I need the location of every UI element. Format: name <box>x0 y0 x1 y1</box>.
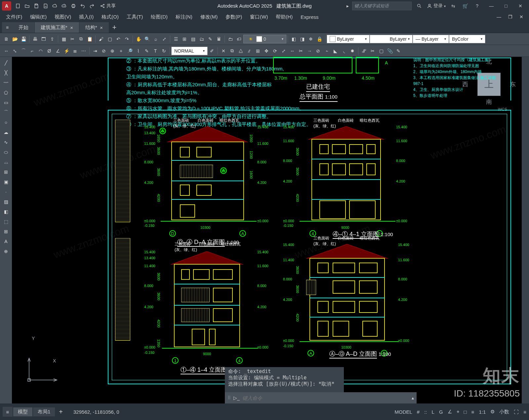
mod-rotate-icon[interactable]: ⟳ <box>271 47 279 55</box>
draw-spline-icon[interactable]: ∿ <box>1 138 11 147</box>
draw-ellipse-icon[interactable]: ⬭ <box>1 147 11 157</box>
menu-express[interactable]: Express <box>297 14 322 20</box>
tb-layer-props-icon[interactable]: 🏷 <box>235 35 243 43</box>
exchange-icon[interactable]: ⇆ <box>449 2 458 10</box>
mod-offset-icon[interactable]: ⫽ <box>245 47 254 55</box>
draw-arc-icon[interactable]: ⌒ <box>1 108 11 117</box>
tb-layer-icon[interactable]: 🗀 <box>226 35 235 43</box>
status-fullscreen-icon[interactable]: ⛶ <box>514 409 519 415</box>
draw-text-icon[interactable]: A <box>1 237 11 246</box>
tb-save-icon[interactable]: 💾 <box>19 35 28 43</box>
draw-ellipsearc-icon[interactable]: ⌓ <box>1 157 11 167</box>
ref-ul-icon[interactable]: 📎 <box>386 47 394 55</box>
mod-array-icon[interactable]: ⊞ <box>254 47 262 55</box>
tb-redo-icon[interactable]: ↷ <box>123 35 131 43</box>
mod-break-icon[interactable]: ⊘ <box>314 47 322 55</box>
layer-state-dropdown[interactable]: ☀0▾ <box>243 35 286 43</box>
menu-dimension[interactable]: 标注(N) <box>172 14 196 20</box>
dim-continue-icon[interactable]: ⋯ <box>79 47 88 55</box>
add-tab-button[interactable]: + <box>109 22 120 33</box>
mod-scale-icon[interactable]: ⤢ <box>279 47 288 55</box>
status-grid-icon[interactable]: # <box>417 409 420 415</box>
doc-restore-icon[interactable]: ❐ <box>505 14 516 20</box>
status-ortho-icon[interactable]: L <box>432 409 434 415</box>
menu-modify[interactable]: 修改(M) <box>196 14 222 20</box>
tb-print-icon[interactable]: 🖶 <box>31 35 39 43</box>
cmd-grip-icon[interactable]: ⠿ <box>227 395 231 400</box>
tb-paste-icon[interactable]: 📋 <box>85 35 94 43</box>
color-dropdown[interactable]: ByLayer▾ <box>327 35 370 43</box>
tb-layerlock-icon[interactable]: 🔒 <box>315 35 324 43</box>
tolerance-icon[interactable]: ⊕ <box>108 47 117 55</box>
qat-open-icon[interactable] <box>23 2 31 10</box>
menu-help[interactable]: 帮助(H) <box>272 14 297 20</box>
qat-saveas-icon[interactable] <box>42 2 50 10</box>
dim-radius-icon[interactable]: ◠ <box>36 47 45 55</box>
lineweight-dropdown[interactable]: —ByLayer▾ <box>413 35 449 43</box>
dimedit-icon[interactable]: ✎ <box>142 47 151 55</box>
center-mark-icon[interactable]: + <box>117 47 125 55</box>
dim-quick-icon[interactable]: ⚡ <box>62 47 71 55</box>
dim-angular-icon[interactable]: ∠ <box>54 47 62 55</box>
tb-batch-icon[interactable]: ▦ <box>60 35 68 43</box>
status-decimal[interactable]: 小数 <box>499 409 509 415</box>
draw-table-icon[interactable]: ⊞ <box>1 227 11 236</box>
mod-stretch-icon[interactable]: ↔ <box>288 47 297 55</box>
draw-hatch-icon[interactable]: ▨ <box>1 197 11 206</box>
tb-open-icon[interactable]: 📂 <box>11 35 19 43</box>
tb-undo-icon[interactable]: ↶ <box>114 35 123 43</box>
doc-close-icon[interactable]: ✕ <box>516 14 527 20</box>
mod-fillet-icon[interactable]: ◟ <box>340 47 348 55</box>
drawing-canvas[interactable]: www.znzmo.com www.znzmo.com www.znzmo.co… <box>12 57 522 403</box>
tb-block-icon[interactable]: ▢ <box>105 35 114 43</box>
draw-polygon-icon[interactable]: ⬠ <box>1 88 11 97</box>
jog-icon[interactable]: ⌇ <box>134 47 142 55</box>
mod-trim-icon[interactable]: ✂ <box>297 47 305 55</box>
tb-new-icon[interactable]: 🗎 <box>2 35 11 43</box>
search-icon[interactable] <box>415 2 424 10</box>
draw-gradient-icon[interactable]: ◧ <box>1 207 11 216</box>
dimtedit-icon[interactable]: T <box>151 47 160 55</box>
draw-pline-icon[interactable]: 〰 <box>1 78 11 87</box>
draw-addsel-icon[interactable]: ⊕ <box>1 247 11 256</box>
tab-building-dwg[interactable]: 建筑施工图* × <box>35 22 79 33</box>
tb-zoom-window-icon[interactable]: ⌕ <box>151 35 160 43</box>
status-osnap-icon[interactable]: ∠ <box>448 409 452 415</box>
help-icon[interactable]: ? <box>473 2 481 10</box>
status-model-button[interactable]: MODEL <box>395 409 412 415</box>
search-caret-icon[interactable]: ▸ <box>346 3 349 9</box>
signin-button[interactable]: 登录▾ <box>427 2 446 10</box>
vertical-scrollbar[interactable] <box>522 57 529 403</box>
qat-plot-icon[interactable] <box>69 2 77 10</box>
qat-cloud-open-icon[interactable] <box>51 2 59 10</box>
draw-line-icon[interactable]: ╱ <box>1 58 11 67</box>
status-snap-icon[interactable]: :: <box>424 409 427 415</box>
tab-close-icon[interactable]: × <box>70 25 73 30</box>
dim-arc-icon[interactable]: ⌒ <box>19 47 28 55</box>
tb-cut-icon[interactable]: ✂ <box>68 35 77 43</box>
qat-undo-icon[interactable] <box>79 2 87 10</box>
layout1-tab[interactable]: 布局1 <box>33 407 55 416</box>
draw-revcloud-icon[interactable]: ☁ <box>1 128 11 137</box>
qat-redo-icon[interactable] <box>88 2 96 10</box>
draw-rect-icon[interactable]: ▭ <box>1 98 11 107</box>
menu-view[interactable]: 视图(V) <box>51 14 75 20</box>
tab-close-icon[interactable]: × <box>100 25 103 30</box>
status-lwt-icon[interactable]: □ <box>464 409 467 415</box>
draw-region-icon[interactable]: ⬚ <box>1 217 11 226</box>
close-icon[interactable]: ✕ <box>514 3 527 9</box>
draw-block-icon[interactable]: ▣ <box>1 177 11 187</box>
inspection-icon[interactable]: 🔎 <box>125 47 134 55</box>
tb-zoom-extents-icon[interactable]: ⤢ <box>160 35 169 43</box>
qat-save-icon[interactable] <box>32 2 40 10</box>
dim-space-icon[interactable]: ⇥ <box>91 47 100 55</box>
app-logo-icon[interactable]: A <box>2 1 11 11</box>
model-tabs-menu-icon[interactable]: ≡ <box>3 407 13 417</box>
cmd-expand-icon[interactable]: ▴ <box>412 395 414 400</box>
ref-clip-icon[interactable]: ✂ <box>368 47 377 55</box>
tb-match-icon[interactable]: 🖌 <box>97 35 105 43</box>
mod-erase-icon[interactable]: ✕ <box>219 47 228 55</box>
share-button[interactable]: 共享 <box>100 3 116 9</box>
menu-parametric[interactable]: 参数(P) <box>222 14 246 20</box>
tab-start[interactable]: 开始 <box>13 22 35 33</box>
